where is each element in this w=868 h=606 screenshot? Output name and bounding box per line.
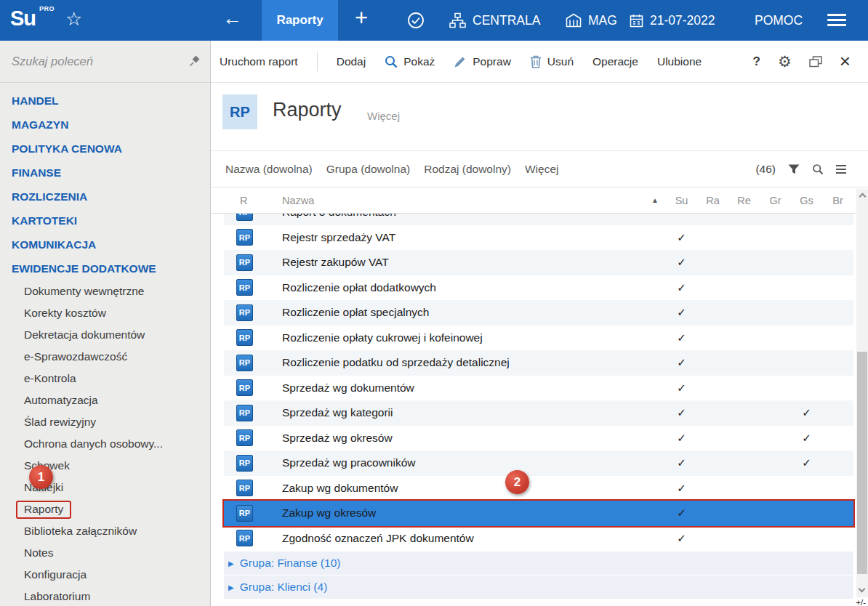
table-row-zakup-wg-dokumentow[interactable]: RPZakup wg dokumentów✓: [224, 476, 853, 501]
filter-name[interactable]: Nazwa (dowolna): [225, 163, 313, 176]
favorites-star-icon[interactable]: ☆: [65, 8, 82, 31]
group-row-grupa-klienci-4[interactable]: ▶Grupa: Klienci (4): [224, 575, 853, 599]
sidebar-subitem-konfiguracja[interactable]: Konfiguracja: [0, 564, 210, 586]
sidebar-subitem-dekretacja-dokumentow[interactable]: Dekretacja dokumentów: [0, 324, 210, 346]
sidebar-subitem-e-sprawozdawczosc[interactable]: e-Sprawozdawczość: [0, 346, 210, 368]
sidebar-item-polityka-cenowa[interactable]: POLITYKA CENOWA: [0, 137, 210, 161]
sidebar-item-kartoteki[interactable]: KARTOTEKI: [0, 209, 210, 233]
table-row-rejestr-zakupow-vat[interactable]: RPRejestr zakupów VAT✓: [224, 250, 853, 275]
cascade-windows-icon[interactable]: [809, 56, 822, 68]
table-row-zakup-wg-okresow[interactable]: RPZakup wg okresów✓: [224, 501, 853, 526]
report-icon-cell: RP: [224, 480, 282, 496]
new-tab-plus-icon[interactable]: +: [355, 5, 368, 31]
sidebar-subitem-notes[interactable]: Notes: [0, 542, 210, 564]
filter-right-group: (46): [755, 163, 868, 176]
group-label: Grupa: Klienci (4): [240, 581, 328, 594]
group-row-grupa-finanse-10[interactable]: ▶Grupa: Finanse (10): [224, 552, 853, 575]
flag-su: ✓: [666, 356, 697, 369]
table-row-zgodnosc-oznaczen-jpk-dokumentow[interactable]: RPZgodność oznaczeń JPK dokumentów✓: [224, 526, 853, 552]
sidebar-item-magazyn[interactable]: MAGAZYN: [0, 113, 210, 137]
sidebar-subitem-label: Raporty: [16, 501, 71, 519]
column-header-su[interactable]: Su: [666, 195, 697, 206]
table-row-sprzedaz-wg-dokumentow[interactable]: RPSprzedaż wg dokumentów✓: [224, 376, 853, 401]
table-row-sprzedaz-wg-okresow[interactable]: RPSprzedaż wg okresów✓✓: [224, 426, 853, 451]
pin-icon[interactable]: [189, 56, 200, 67]
page-header: RP Raporty Więcej: [211, 83, 868, 151]
run-report-button[interactable]: Uruchom raport: [220, 55, 298, 68]
table-row-sprzedaz-wg-pracownikow[interactable]: RPSprzedaż wg pracowników✓✓: [224, 451, 853, 476]
funnel-icon[interactable]: [788, 164, 800, 174]
column-header-ra[interactable]: Ra: [697, 195, 728, 206]
sidebar-subitem-dokumenty-wewnetrzne[interactable]: Dokumenty wewnętrzne: [0, 280, 210, 302]
app-logo: Su PRO: [10, 7, 36, 31]
filter-more-link[interactable]: Więcej: [525, 163, 559, 176]
gear-icon[interactable]: ⚙: [778, 53, 792, 70]
sidebar-subitem-biblioteka-zalacznikow[interactable]: Biblioteka załączników: [0, 520, 210, 542]
table-row-sprzedaz-wg-kategorii[interactable]: RPSprzedaż wg kategorii✓✓: [224, 400, 853, 426]
sidebar-subitem-automatyzacja[interactable]: Automatyzacja: [0, 389, 210, 411]
operations-button[interactable]: Operacje: [592, 55, 638, 68]
scroll-up-icon[interactable]: [859, 193, 866, 201]
sidebar-subitem-korekty-kosztow[interactable]: Korekty kosztów: [0, 302, 210, 324]
sidebar: HANDELMAGAZYNPOLITYKA CENOWAFINANSEROZLI…: [0, 41, 211, 606]
main-panel: Uruchom raport Dodaj Pokaż Popraw Usuń O…: [211, 41, 868, 606]
table-row-raport-o-dokumentach[interactable]: RPRaport o dokumentach: [224, 214, 853, 225]
sidebar-item-finanse[interactable]: FINANSE: [0, 161, 210, 185]
edit-button[interactable]: Popraw: [454, 55, 511, 68]
sidebar-item-handel[interactable]: HANDEL: [0, 89, 210, 113]
report-icon-cell: RP: [224, 214, 282, 221]
sidebar-subitem-e-kontrola[interactable]: e-Kontrola: [0, 368, 210, 389]
sidebar-item-rozliczenia[interactable]: ROZLICZENIA: [0, 185, 210, 209]
column-header-gr[interactable]: Gr: [760, 195, 791, 206]
org-chart-icon: [449, 12, 466, 28]
trash-icon: [530, 55, 542, 68]
list-options-icon[interactable]: [836, 163, 846, 176]
table-row-rozliczenie-oplat-specjalnych[interactable]: RPRozliczenie opłat specjalnych✓: [224, 300, 853, 326]
show-button[interactable]: Pokaż: [385, 55, 435, 68]
column-header-nazwa[interactable]: Nazwa ▲: [282, 195, 666, 206]
report-name: Rozliczenie opłat dodatkowych: [282, 281, 666, 294]
help-menu[interactable]: POMOC: [755, 0, 803, 41]
close-icon[interactable]: ×: [840, 54, 851, 69]
favorites-button[interactable]: Ulubione: [657, 55, 702, 68]
column-header-re[interactable]: Re: [728, 195, 760, 206]
sidebar-item-komunikacja[interactable]: KOMUNIKACJA: [0, 233, 210, 256]
flag-gs: ✓: [791, 406, 822, 419]
help-button[interactable]: ?: [753, 54, 760, 69]
sidebar-item-ewidencje-dodatkowe[interactable]: EWIDENCJE DODATKOWE: [0, 256, 210, 280]
filter-group[interactable]: Grupa (dowolna): [326, 163, 410, 176]
tab-raporty[interactable]: Raporty: [262, 0, 338, 41]
hamburger-menu-icon[interactable]: [827, 14, 846, 29]
report-type-icon: RP: [236, 429, 253, 446]
app-logo-pro-badge: PRO: [39, 5, 55, 12]
sidebar-subitem-ochrona-danych-osobowy[interactable]: Ochrona danych osobowy...: [0, 433, 210, 455]
search-icon[interactable]: [812, 163, 824, 175]
table-row-rozliczenie-podatku-od-sprzedazy-detalicznej[interactable]: RPRozliczenie podatku od sprzedaży detal…: [224, 350, 853, 376]
back-arrow-icon[interactable]: ←: [222, 7, 242, 30]
column-header-r[interactable]: R: [224, 195, 282, 206]
add-button[interactable]: Dodaj: [337, 55, 366, 68]
filter-kind[interactable]: Rodzaj (dowolny): [424, 163, 511, 176]
table-row-rozliczenie-oplat-dodatkowych[interactable]: RPRozliczenie opłat dodatkowych✓: [224, 275, 853, 301]
report-type-icon: RP: [236, 480, 253, 496]
sidebar-subitem-laboratorium[interactable]: Laboratorium: [0, 586, 210, 606]
table-row-rejestr-sprzedazy-vat[interactable]: RPRejestr sprzedaży VAT✓: [224, 225, 853, 251]
column-header-br[interactable]: Br: [822, 195, 853, 206]
scrollbar-thumb[interactable]: [857, 352, 867, 574]
delete-button[interactable]: Usuń: [530, 55, 574, 68]
warehouse-selector[interactable]: MAG: [566, 0, 617, 41]
report-icon-cell: RP: [224, 329, 282, 346]
company-selector[interactable]: CENTRALA: [449, 0, 540, 41]
report-name: Zakup wg dokumentów: [282, 482, 666, 495]
header-more-link[interactable]: Więcej: [367, 110, 400, 122]
column-header-gs[interactable]: Gs: [791, 195, 822, 206]
status-check-icon[interactable]: [407, 12, 425, 29]
scroll-down-icon[interactable]: [859, 586, 866, 593]
search-input[interactable]: [12, 54, 189, 68]
date-selector[interactable]: 21-07-2022: [630, 0, 715, 41]
sidebar-subitem-raporty[interactable]: Raporty: [0, 498, 210, 520]
report-icon-cell: RP: [224, 405, 282, 421]
vertical-scrollbar[interactable]: [856, 189, 868, 597]
table-row-rozliczenie-oplaty-cukrowej-i-kofeinowej[interactable]: RPRozliczenie opłaty cukrowej i kofeinow…: [224, 326, 853, 351]
sidebar-subitem-slad-rewizyjny[interactable]: Ślad rewizyjny: [0, 411, 210, 433]
